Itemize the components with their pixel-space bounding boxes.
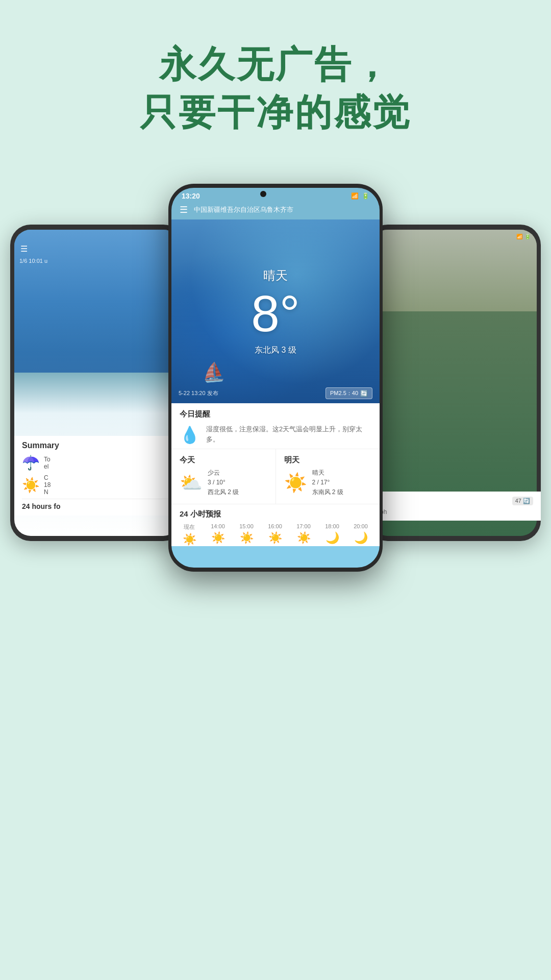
tomorrow-icon: ☀️	[284, 472, 307, 494]
hourly-item-4: 17:00 ☀️	[291, 523, 316, 546]
hourly-icon-5: 🌙	[325, 531, 339, 545]
status-icons: 📶 🔋	[351, 192, 369, 200]
today-weather-row: ⛅ 少云 3 / 10° 西北风 2 级	[180, 468, 267, 498]
status-time: 13:20	[182, 192, 200, 200]
headline-section: 永久无广告， 只要干净的感觉	[0, 0, 551, 136]
phone-left-bottom: Summary ☂️ To el ☀️ C 18 N 24 ho	[14, 436, 180, 516]
hourly-time-4: 17:00	[296, 523, 311, 529]
phone-camera	[260, 191, 266, 197]
left-date-badge: 1/6 10:01 u	[19, 258, 47, 264]
phone-left-screen: 1/6 10:01 u ☰ Summary ☂️ To el ☀️ C 18	[14, 230, 180, 536]
left-today-label: To	[44, 456, 51, 463]
tomorrow-wind: 东南风 2 级	[312, 487, 343, 497]
menu-icon[interactable]: ☰	[180, 204, 188, 215]
hourly-row: 现在 ☀️ 14:00 ☀️ 15:00 ☀️ 16:00	[171, 523, 380, 546]
headline-line2: 只要干净的感觉	[0, 89, 551, 137]
battery-icon: 🔋	[362, 192, 369, 200]
hourly-section: 24 小时预报 现在 ☀️ 14:00 ☀️ 15:00 ☀️	[171, 504, 380, 546]
phone-right: 📶 🔋 w 47 🔄 mph	[367, 225, 541, 541]
publish-time: 5-22 13:20 发布	[179, 389, 218, 397]
today-reminder: 今日提醒 💧 湿度很低，注意保湿。这2天气温会明显上升，别穿太多。	[171, 403, 380, 449]
wifi-icon: 📶	[351, 192, 359, 200]
weather-footer: 5-22 13:20 发布 PM2.5：40 🔄	[171, 383, 380, 403]
phone-main-screen: 13:20 📶 🔋 ☰ 中国新疆维吾尔自治区乌鲁木齐市 ⛵ 晴天 8° 东北风 …	[171, 188, 380, 568]
reminder-text: 湿度很低，注意保湿。这2天气温会明显上升，别穿太多。	[206, 424, 371, 444]
forecast-tomorrow: 明天 ☀️ 晴天 2 / 17° 东南风 2 级	[276, 449, 380, 504]
hourly-time-6: 20:00	[354, 523, 368, 529]
hourly-time-3: 16:00	[268, 523, 282, 529]
weather-wind: 东北风 3 级	[255, 345, 296, 356]
right-badge: 47 🔄	[512, 497, 533, 505]
right-mph-label: mph	[375, 508, 533, 516]
tomorrow-details: 晴天 2 / 17° 东南风 2 级	[312, 468, 343, 498]
forecast-today: 今天 ⛅ 少云 3 / 10° 西北风 2 级	[171, 449, 276, 504]
left-sun-icon: ☀️	[22, 477, 40, 494]
refresh-icon[interactable]: 🔄	[360, 390, 368, 397]
location-text: 中国新疆维吾尔自治区乌鲁木齐市	[194, 205, 293, 214]
weather-background: ⛵ 晴天 8° 东北风 3 级 5-22 13:20 发布 PM2.5：40 🔄	[171, 219, 380, 403]
reminder-row: 💧 湿度很低，注意保湿。这2天气温会明显上升，别穿太多。	[180, 424, 371, 445]
phone-main: 13:20 📶 🔋 ☰ 中国新疆维吾尔自治区乌鲁木齐市 ⛵ 晴天 8° 东北风 …	[168, 184, 383, 572]
tomorrow-temp: 2 / 17°	[312, 478, 343, 487]
hourly-icon-0: ☀️	[183, 533, 196, 546]
drop-icon: 💧	[180, 425, 200, 445]
phone-right-bottom: w 47 🔄 mph	[367, 492, 541, 521]
hourly-item-0: 现在 ☀️	[177, 523, 202, 546]
hourly-icon-2: ☀️	[240, 531, 254, 545]
weather-condition: 晴天	[263, 267, 288, 284]
pm25-badge: PM2.5：40 🔄	[325, 387, 372, 399]
today-condition: 少云	[208, 468, 239, 478]
phones-container: 1/6 10:01 u ☰ Summary ☂️ To el ☀️ C 18	[0, 184, 551, 980]
left-sun-row: ☀️ C 18 N	[22, 474, 172, 496]
hourly-icon-1: ☀️	[211, 531, 225, 545]
left-umbrella-row: ☂️ To el	[22, 454, 172, 471]
umbrella-icon: ☂️	[22, 454, 40, 471]
tomorrow-label: 明天	[284, 455, 372, 465]
left-18-text: 18	[44, 481, 51, 488]
hourly-item-6: 20:00 🌙	[348, 523, 373, 546]
hourly-icon-3: ☀️	[268, 531, 282, 545]
left-c-text: C	[44, 474, 51, 481]
left-menu-icon: ☰	[20, 244, 28, 254]
hourly-icon-4: ☀️	[297, 531, 311, 545]
today-icon: ⛅	[180, 472, 203, 494]
forecast-row: 今天 ⛅ 少云 3 / 10° 西北风 2 级 明天	[171, 449, 380, 504]
pm25-text: PM2.5：40	[330, 389, 358, 397]
hourly-item-2: 15:00 ☀️	[234, 523, 259, 546]
hourly-time-5: 18:00	[325, 523, 339, 529]
hourly-title: 24 小时预报	[171, 509, 380, 523]
hourly-time-0: 现在	[184, 523, 195, 531]
weather-temperature: 8°	[251, 288, 300, 339]
today-temp: 3 / 10°	[208, 478, 239, 487]
left-24h-label: 24 hours fo	[22, 499, 172, 510]
headline-line1: 永久无广告，	[0, 41, 551, 89]
bottom-panel: 今日提醒 💧 湿度很低，注意保湿。这2天气温会明显上升，别穿太多。 今天 ⛅ 少…	[171, 403, 380, 546]
boat-icon: ⛵	[201, 360, 226, 384]
phone-right-screen: 📶 🔋	[371, 230, 537, 536]
hourly-item-3: 16:00 ☀️	[262, 523, 288, 546]
tomorrow-condition: 晴天	[312, 468, 343, 478]
left-n-text: N	[44, 488, 51, 496]
hourly-time-2: 15:00	[239, 523, 254, 529]
hourly-icon-6: 🌙	[354, 531, 368, 545]
status-bar: 13:20 📶 🔋	[171, 188, 380, 202]
hourly-item-1: 14:00 ☀️	[205, 523, 231, 546]
tomorrow-weather-row: ☀️ 晴天 2 / 17° 东南风 2 级	[284, 468, 372, 498]
weather-header: ☰ 中国新疆维吾尔自治区乌鲁木齐市	[171, 202, 380, 219]
today-wind: 西北风 2 级	[208, 487, 239, 497]
today-details: 少云 3 / 10° 西北风 2 级	[208, 468, 239, 498]
hourly-item-5: 18:00 🌙	[319, 523, 345, 546]
phone-left: 1/6 10:01 u ☰ Summary ☂️ To el ☀️ C 18	[10, 225, 184, 541]
hourly-time-1: 14:00	[211, 523, 225, 529]
left-summary-label: Summary	[22, 441, 172, 450]
left-el-text: el	[44, 463, 51, 470]
today-label: 今天	[180, 455, 267, 465]
reminder-title: 今日提醒	[180, 409, 371, 419]
